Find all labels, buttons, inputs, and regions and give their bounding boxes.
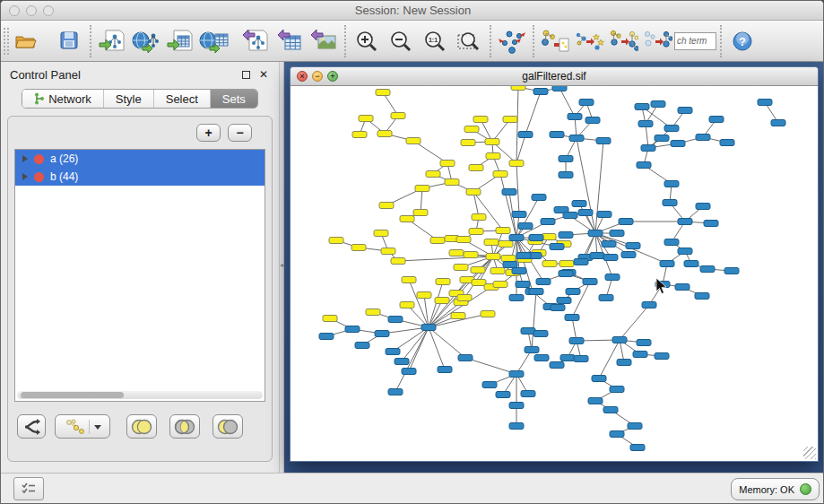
graph-node-selected[interactable] — [490, 268, 505, 274]
graph-node-selected[interactable] — [509, 161, 524, 167]
graph-node[interactable] — [592, 376, 606, 382]
minimize-window-button[interactable] — [26, 5, 37, 16]
graph-node[interactable] — [525, 347, 539, 353]
resize-grip[interactable] — [803, 447, 816, 459]
intersect-sets-button[interactable] — [169, 414, 200, 439]
close-window-button[interactable] — [9, 5, 20, 16]
network-canvas[interactable] — [292, 86, 817, 460]
graph-node-selected[interactable] — [402, 277, 416, 283]
zoom-actual-size-button[interactable]: 1:1 — [420, 25, 450, 57]
graph-node[interactable] — [664, 181, 679, 187]
graph-node[interactable] — [641, 145, 655, 152]
graph-node-selected[interactable] — [493, 171, 507, 178]
graph-node[interactable] — [559, 156, 573, 162]
graph-node-selected[interactable] — [456, 237, 471, 243]
graph-node[interactable] — [355, 343, 369, 349]
new-network-from-selection-button[interactable] — [540, 25, 570, 57]
graph-node-selected[interactable] — [329, 238, 343, 244]
graph-node-selected[interactable] — [473, 117, 488, 123]
graph-node-selected[interactable] — [376, 90, 390, 96]
graph-node[interactable] — [388, 317, 403, 323]
import-network-file-button[interactable] — [97, 25, 127, 57]
graph-node-selected[interactable] — [391, 258, 405, 265]
graph-node[interactable] — [597, 212, 611, 218]
graph-node-selected[interactable] — [381, 248, 395, 255]
memory-status-badge[interactable]: Memory: OK — [731, 478, 820, 500]
graph-node[interactable] — [588, 230, 603, 237]
tab-style[interactable]: Style — [104, 90, 154, 108]
apply-layout-button[interactable] — [497, 25, 527, 57]
graph-node[interactable] — [574, 356, 588, 362]
graph-node[interactable] — [532, 195, 546, 201]
graph-node-selected[interactable] — [469, 165, 483, 171]
scrollbar-thumb[interactable] — [21, 392, 124, 398]
graph-node-selected[interactable] — [440, 161, 455, 167]
graph-node[interactable] — [518, 132, 533, 138]
graph-node[interactable] — [551, 305, 565, 311]
graph-node-selected[interactable] — [485, 139, 499, 145]
graph-node[interactable] — [638, 121, 653, 127]
graph-node-selected[interactable] — [457, 295, 472, 301]
graph-node[interactable] — [569, 338, 584, 344]
graph-node-selected[interactable] — [472, 280, 486, 286]
graph-node[interactable] — [642, 302, 656, 308]
import-table-web-button[interactable] — [199, 25, 230, 57]
graph-node-selected[interactable] — [426, 171, 440, 178]
float-panel-button[interactable] — [239, 68, 252, 81]
graph-node[interactable] — [458, 355, 473, 361]
graph-node[interactable] — [559, 271, 573, 277]
graph-node[interactable] — [599, 295, 613, 301]
graph-node[interactable] — [626, 243, 640, 249]
graph-node[interactable] — [617, 360, 631, 366]
graph-node[interactable] — [671, 141, 685, 147]
graph-node[interactable] — [578, 210, 593, 216]
set-row-b[interactable]: b (44) — [15, 168, 265, 186]
graph-node[interactable] — [516, 282, 530, 288]
graph-node[interactable] — [509, 423, 524, 430]
graph-node[interactable] — [621, 252, 636, 258]
network-window[interactable]: × − + galFiltered.sif — [290, 66, 819, 462]
graph-node-selected[interactable] — [415, 186, 429, 192]
graph-node[interactable] — [724, 268, 739, 274]
graph-node[interactable] — [630, 445, 645, 451]
graph-node[interactable] — [675, 284, 690, 291]
disclosure-triangle-icon[interactable] — [22, 173, 28, 180]
graph-node[interactable] — [605, 274, 620, 281]
graph-node-selected[interactable] — [464, 252, 478, 258]
graph-node[interactable] — [563, 213, 577, 219]
graph-node-selected[interactable] — [471, 267, 485, 274]
import-table-file-button[interactable] — [165, 25, 195, 57]
save-session-button[interactable] — [54, 25, 84, 57]
tab-sets[interactable]: Sets — [211, 90, 257, 108]
graph-node[interactable] — [438, 367, 452, 373]
close-panel-button[interactable]: ✕ — [257, 68, 270, 81]
graph-node[interactable] — [695, 293, 709, 300]
graph-edge[interactable] — [516, 135, 525, 163]
graph-node[interactable] — [509, 295, 524, 301]
graph-node[interactable] — [602, 241, 616, 248]
graph-node[interactable] — [521, 391, 535, 397]
graph-node[interactable] — [574, 259, 588, 265]
graph-node[interactable] — [709, 117, 724, 123]
network-window-titlebar[interactable]: × − + galFiltered.sif — [291, 67, 818, 86]
select-first-neighbors-button[interactable] — [574, 25, 604, 57]
search-input[interactable] — [674, 32, 716, 50]
graph-node[interactable] — [704, 221, 718, 227]
graph-node[interactable] — [550, 132, 564, 138]
graph-node-selected[interactable] — [486, 153, 500, 160]
graph-node[interactable] — [533, 89, 548, 95]
open-session-button[interactable] — [11, 25, 41, 57]
graph-node[interactable] — [655, 135, 669, 142]
graph-node[interactable] — [655, 353, 669, 360]
graph-node-selected[interactable] — [461, 140, 475, 146]
graph-node-selected[interactable] — [511, 86, 525, 91]
graph-node[interactable] — [610, 431, 624, 438]
graph-node-selected[interactable] — [472, 214, 486, 221]
graph-edge[interactable] — [646, 124, 648, 148]
graph-node[interactable] — [635, 104, 649, 110]
graph-node[interactable] — [696, 135, 710, 141]
graph-node-selected[interactable] — [351, 245, 366, 251]
graph-node[interactable] — [633, 352, 647, 358]
graph-node[interactable] — [541, 219, 555, 225]
graph-node[interactable] — [612, 337, 627, 343]
